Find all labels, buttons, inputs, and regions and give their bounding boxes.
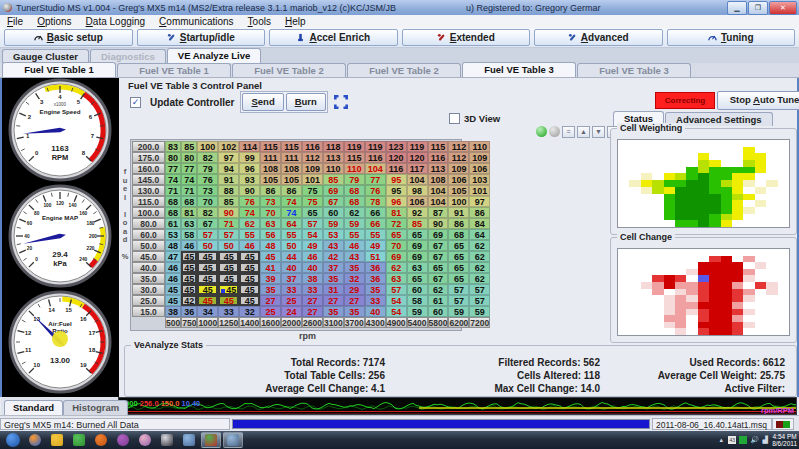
ve-cell[interactable]: 65 [448, 240, 469, 251]
media-player-taskbar-item[interactable] [91, 432, 111, 448]
tab-fuel-ve-table-3[interactable]: Fuel VE Table 3 [577, 63, 691, 77]
ve-cell[interactable]: 47 [165, 251, 181, 262]
tab-fuel-ve-table-1[interactable]: Fuel VE Table 1 [117, 63, 231, 77]
menu-file[interactable]: File [0, 15, 30, 28]
ve-cell[interactable]: 69 [428, 229, 449, 240]
ve-cell[interactable]: 85 [323, 174, 344, 185]
ve-cell[interactable]: 106 [469, 163, 490, 174]
camera-app-taskbar-item[interactable] [157, 432, 177, 448]
ve-cell[interactable]: 65 [407, 273, 428, 284]
ve-cell[interactable]: 59 [407, 306, 428, 317]
tray-green-icon[interactable] [739, 436, 747, 444]
ve-cell[interactable]: 59 [448, 306, 469, 317]
ve-cell[interactable]: 112 [448, 152, 469, 163]
ve-cell[interactable]: 69 [386, 251, 407, 262]
ve-cell[interactable]: 24 [281, 306, 302, 317]
ve-cell[interactable]: 56 [260, 229, 281, 240]
ve-cell[interactable]: 60 [428, 306, 449, 317]
ve-cell[interactable]: 54 [386, 306, 407, 317]
ve-cell[interactable]: 76 [197, 174, 218, 185]
ve-cell[interactable]: 45 [218, 295, 239, 306]
ve-cell[interactable]: 96 [386, 196, 407, 207]
ve-cell[interactable]: 50 [281, 240, 302, 251]
chart-app-taskbar-item[interactable] [201, 432, 221, 448]
tunerstudio-app-taskbar-item[interactable] [223, 432, 243, 448]
trace-toggle-icon[interactable] [549, 126, 560, 137]
ve-cell[interactable]: 65 [407, 229, 428, 240]
ve-cell[interactable]: 105 [281, 174, 302, 185]
ve-cell[interactable]: 104 [365, 163, 386, 174]
ve-cell[interactable]: 68 [165, 196, 181, 207]
ve-cell[interactable]: 85 [407, 218, 428, 229]
ve-cell[interactable]: 73 [260, 196, 281, 207]
ve-cell[interactable]: 43 [344, 251, 365, 262]
ve-cell[interactable]: 109 [448, 163, 469, 174]
basic-setup-button[interactable]: Basic setup [4, 29, 133, 46]
ve-cell[interactable]: 119 [344, 141, 365, 152]
ve-cell[interactable]: 99 [239, 152, 260, 163]
ve-cell[interactable]: 79 [344, 174, 365, 185]
ve-cell[interactable]: 45 [165, 295, 181, 306]
ve-cell[interactable]: 33 [365, 295, 386, 306]
minimize-button[interactable]: ▁ [727, 1, 747, 15]
ve-cell[interactable]: 71 [165, 185, 181, 196]
ve-cell[interactable]: 97 [469, 196, 490, 207]
ve-cell[interactable]: 78 [365, 196, 386, 207]
ve-cell[interactable]: 70 [386, 240, 407, 251]
ve-cell[interactable]: 33 [302, 284, 323, 295]
ve-cell[interactable]: 34 [197, 306, 218, 317]
ve-cell[interactable]: 76 [365, 185, 386, 196]
ve-cell[interactable]: 116 [428, 152, 449, 163]
ve-cell[interactable]: 101 [302, 174, 323, 185]
ve-cell[interactable]: 116 [386, 163, 407, 174]
tray-volume-icon[interactable]: 🔊 [750, 436, 758, 444]
ve-cell[interactable]: 45 [260, 251, 281, 262]
ve-cell[interactable]: 57 [448, 284, 469, 295]
ve-cell[interactable]: 49 [302, 240, 323, 251]
update-controller-checkbox[interactable]: ✓ [130, 97, 141, 108]
ve-cell[interactable]: 70 [260, 207, 281, 218]
ve-cell[interactable]: 72 [386, 218, 407, 229]
ve-cell[interactable]: 57 [448, 295, 469, 306]
ve-cell[interactable]: 55 [365, 229, 386, 240]
ve-cell[interactable]: 53 [323, 229, 344, 240]
ve-cell[interactable]: 33 [281, 284, 302, 295]
taskbar-clock[interactable]: 4:54 PM8/6/2011 [772, 433, 797, 447]
ribbon-app-taskbar-item[interactable] [113, 432, 133, 448]
menu-communications[interactable]: Communications [152, 15, 241, 28]
ve-cell[interactable]: 45 [197, 284, 218, 295]
ve-cell[interactable]: 115 [260, 141, 281, 152]
ve-cell[interactable]: 45 [239, 273, 260, 284]
ve-cell[interactable]: 64 [469, 229, 490, 240]
ve-cell[interactable]: 42 [181, 295, 197, 306]
ve-cell[interactable]: 57 [197, 229, 218, 240]
ve-cell[interactable]: 25 [260, 306, 281, 317]
ve-cell[interactable]: 116 [365, 152, 386, 163]
ve-cell[interactable]: 55 [344, 229, 365, 240]
send-button[interactable]: Send [242, 93, 283, 111]
ve-cell[interactable]: 80 [181, 152, 197, 163]
ve-cell[interactable]: 62 [386, 262, 407, 273]
ve-cell[interactable]: 45 [239, 262, 260, 273]
ve-cell[interactable]: 60 [323, 207, 344, 218]
ve-cell[interactable]: 58 [181, 229, 197, 240]
ve-cell[interactable]: 81 [181, 207, 197, 218]
ve-cell[interactable]: 66 [365, 207, 386, 218]
ve-cell[interactable]: 27 [323, 295, 344, 306]
ve-cell[interactable]: 53 [165, 229, 181, 240]
burn-button[interactable]: Burn [286, 93, 326, 111]
evernote-taskbar-item[interactable] [69, 432, 89, 448]
extended-button[interactable]: Extended [402, 29, 531, 46]
ve-cell[interactable]: 116 [302, 141, 323, 152]
ve-cell[interactable]: 39 [260, 273, 281, 284]
locate-cursor-icon[interactable] [536, 126, 547, 137]
ve-cell[interactable]: 45 [218, 273, 239, 284]
menu-tools[interactable]: Tools [241, 15, 278, 28]
ve-cell[interactable]: 80 [165, 152, 181, 163]
ve-cell[interactable]: 45 [239, 251, 260, 262]
ve-cell[interactable]: 114 [239, 141, 260, 152]
ve-cell[interactable]: 111 [281, 152, 302, 163]
ve-cell[interactable]: 110 [344, 163, 365, 174]
ve-cell[interactable]: 65 [448, 262, 469, 273]
ve-cell[interactable]: 75 [302, 185, 323, 196]
